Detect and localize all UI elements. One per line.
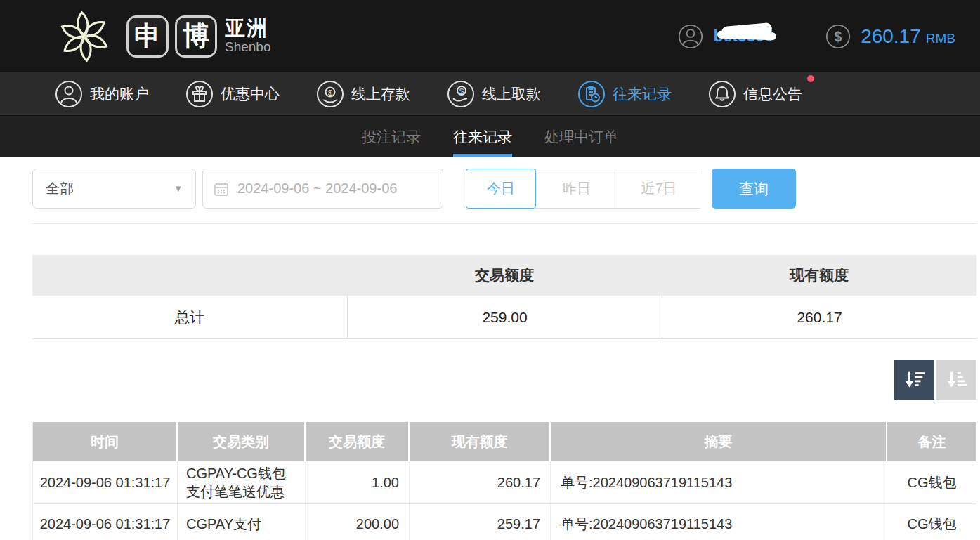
nav-label: 优惠中心 [221, 84, 280, 104]
cell-summary: 单号:202409063719115143 [551, 504, 887, 540]
gift-icon [185, 80, 214, 108]
summary-header-empty [32, 255, 347, 296]
table-header-row: 时间 交易类别 交易额度 现有额度 摘要 备注 [33, 422, 976, 461]
calendar-icon [213, 180, 230, 197]
nav-item-promotions[interactable]: 优惠中心 [185, 80, 280, 108]
cell-type: CGPAY-CG钱包支付笔笔送优惠 [178, 461, 306, 503]
col-header-trade-amount: 交易额度 [306, 422, 410, 461]
sort-descending-button[interactable] [894, 360, 934, 400]
nav-label: 线上存款 [351, 84, 410, 104]
logo-char-box: 申 [126, 15, 169, 58]
date-range-value: 2024-09-06 ~ 2024-09-06 [237, 180, 397, 197]
nav-item-deposit[interactable]: $ 线上存款 [316, 80, 410, 108]
records-icon [577, 80, 606, 108]
nav-item-announcements[interactable]: 信息公告 [708, 80, 802, 108]
notification-badge-dot [807, 75, 814, 82]
sort-ascending-icon [945, 368, 969, 392]
tab-pending-orders[interactable]: 处理中订单 [544, 116, 618, 157]
type-select[interactable]: 全部 ▼ [32, 169, 196, 209]
date-range-input[interactable]: 2024-09-06 ~ 2024-09-06 [202, 169, 443, 209]
top-header: 申 博 亚洲 Shenbo bet3500 $ 260.17 [0, 0, 980, 72]
account-icon [55, 80, 83, 108]
summary-total-label: 总计 [32, 296, 347, 338]
cell-time: 2024-09-06 01:31:17 [33, 461, 178, 503]
nav-label: 信息公告 [743, 84, 802, 104]
sort-descending-icon [903, 368, 927, 392]
deposit-icon: $ [316, 80, 344, 108]
cell-remark: CG钱包 [887, 461, 976, 503]
cell-trade-amount: 1.00 [306, 461, 410, 503]
nav-label: 我的账户 [90, 84, 149, 104]
withdraw-icon: $ [447, 80, 475, 108]
nav-item-withdraw[interactable]: $ 线上取款 [447, 80, 541, 108]
tab-betting-records[interactable]: 投注记录 [362, 116, 421, 157]
cell-time: 2024-09-06 01:31:17 [33, 504, 178, 540]
yesterday-button[interactable]: 昨日 [535, 169, 618, 209]
summary-header-balance: 现有额度 [662, 255, 976, 296]
filter-bar: 全部 ▼ 2024-09-06 ~ 2024-09-06 今日 昨日 近7日 查… [32, 169, 980, 209]
nav-label: 往来记录 [613, 84, 672, 104]
balance-amount: 260.17 [861, 25, 921, 48]
balance-currency: RMB [926, 27, 955, 46]
summary-balance-value: 260.17 [662, 296, 976, 338]
summary-table: 交易额度 现有额度 总计 259.00 260.17 [32, 255, 976, 339]
nav-label: 线上取款 [482, 84, 541, 104]
user-avatar-icon [678, 24, 703, 49]
flower-logo-icon [53, 6, 115, 67]
nav-item-transaction-records[interactable]: 往来记录 [577, 80, 672, 108]
col-header-summary: 摘要 [551, 422, 887, 461]
table-row: 2024-09-06 01:31:17 CGPAY支付 200.00 259.1… [33, 504, 976, 540]
today-button[interactable]: 今日 [466, 169, 536, 209]
bell-icon [708, 80, 736, 108]
dollar-coin-icon: $ [825, 24, 851, 49]
table-row: 2024-09-06 01:31:17 CGPAY-CG钱包支付笔笔送优惠 1.… [33, 461, 976, 504]
last-7-days-button[interactable]: 近7日 [618, 169, 700, 209]
col-header-type: 交易类别 [178, 422, 306, 461]
col-header-time: 时间 [33, 422, 178, 461]
summary-header-trade: 交易额度 [347, 255, 662, 296]
cell-summary: 单号:202409063719115143 [551, 461, 887, 503]
nav-item-my-account[interactable]: 我的账户 [55, 80, 149, 108]
svg-text:$: $ [328, 88, 332, 96]
transactions-table: 时间 交易类别 交易额度 现有额度 摘要 备注 2024-09-06 01:31… [32, 422, 976, 540]
logo-region-text: 亚洲 [225, 18, 271, 40]
col-header-balance: 现有额度 [410, 422, 551, 461]
cell-trade-amount: 200.00 [306, 504, 410, 540]
cell-remark: CG钱包 [887, 504, 976, 540]
chevron-down-icon: ▼ [174, 183, 183, 194]
query-button[interactable]: 查询 [712, 169, 796, 209]
tab-transaction-records[interactable]: 往来记录 [453, 116, 512, 157]
sort-controls [32, 360, 976, 400]
cell-balance: 259.17 [410, 504, 551, 540]
sort-ascending-button[interactable] [936, 360, 976, 400]
svg-text:$: $ [459, 86, 464, 95]
logo-subtitle: Shenbo [225, 40, 271, 55]
quick-date-group: 今日 昨日 近7日 [466, 169, 700, 209]
record-tabs: 投注记录 往来记录 处理中订单 [0, 115, 980, 157]
main-navigation: 我的账户 优惠中心 $ 线上存款 $ 线上取款 [0, 72, 980, 115]
type-select-value: 全部 [46, 179, 74, 198]
summary-total-row: 总计 259.00 260.17 [32, 296, 976, 339]
balance-chip[interactable]: $ 260.17 RMB [825, 24, 955, 49]
summary-trade-value: 259.00 [347, 296, 662, 338]
user-account-chip[interactable]: bet3500 [678, 24, 773, 49]
col-header-remark: 备注 [887, 422, 976, 461]
cell-type: CGPAY支付 [178, 504, 306, 540]
cell-balance: 260.17 [410, 461, 551, 503]
summary-header-row: 交易额度 现有额度 [32, 255, 976, 296]
brand-logo[interactable]: 申 博 亚洲 Shenbo [53, 6, 271, 67]
svg-text:$: $ [835, 29, 842, 44]
section-divider [32, 223, 976, 224]
logo-char-box: 博 [175, 15, 217, 58]
